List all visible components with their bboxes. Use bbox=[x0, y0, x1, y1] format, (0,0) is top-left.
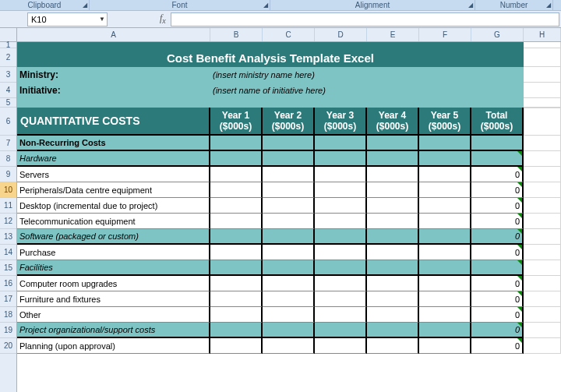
row-header-7[interactable]: 7 bbox=[0, 136, 16, 151]
ministry-value[interactable]: (insert ministry name here) bbox=[210, 67, 524, 83]
row-header-1[interactable]: 1 bbox=[0, 42, 16, 48]
table-row: Planning (upon approval)0 bbox=[17, 338, 561, 354]
table-row: Desktop (incremental due to project)0 bbox=[17, 198, 561, 214]
row-header-17[interactable]: 17 bbox=[0, 291, 16, 307]
ribbon-group-font[interactable]: Font◢ bbox=[90, 0, 270, 10]
row-header-10[interactable]: 10 bbox=[0, 182, 16, 198]
row-header-14[interactable]: 14 bbox=[0, 245, 16, 260]
row-header-2[interactable]: 2 bbox=[0, 48, 16, 67]
year1-header[interactable]: Year 1 ($000s) bbox=[210, 108, 263, 136]
expand-icon[interactable]: ◢ bbox=[468, 2, 473, 9]
document-title[interactable]: Cost Benefit Analysis Template Excel bbox=[17, 48, 524, 67]
formula-bar[interactable] bbox=[171, 12, 559, 26]
name-box-value: K10 bbox=[31, 15, 47, 24]
year4-header[interactable]: Year 4 ($000s) bbox=[367, 108, 419, 136]
row-header-12[interactable]: 12 bbox=[0, 214, 16, 229]
row-header-19[interactable]: 19 bbox=[0, 323, 16, 338]
row-header-8[interactable]: 8 bbox=[0, 151, 16, 167]
spacer-row bbox=[17, 98, 561, 108]
row-header-16[interactable]: 16 bbox=[0, 276, 16, 291]
row-header-15[interactable]: 15 bbox=[0, 260, 16, 276]
ribbon-group-number[interactable]: Number◢ bbox=[475, 0, 553, 10]
year5-header[interactable]: Year 5 ($000s) bbox=[419, 108, 471, 136]
table-row: Project organizational/support costs0 bbox=[17, 323, 561, 338]
year3-header[interactable]: Year 3 ($000s) bbox=[315, 108, 367, 136]
col-header-F[interactable]: F bbox=[419, 28, 471, 41]
row-header-18[interactable]: 18 bbox=[0, 307, 16, 323]
ribbon-group-clipboard[interactable]: Clipboard◢ bbox=[0, 0, 90, 10]
expand-icon[interactable]: ◢ bbox=[83, 2, 87, 9]
col-header-A[interactable]: A bbox=[17, 28, 210, 41]
table-row: Non-Recurring Costs bbox=[17, 136, 561, 151]
ribbon-group-alignment[interactable]: Alignment◢ bbox=[270, 0, 475, 10]
col-header-D[interactable]: D bbox=[315, 28, 367, 41]
spreadsheet-grid: 1 2 3 4 5 6 7 8 9 10 11 12 13 14 15 16 1… bbox=[0, 28, 561, 392]
section-header[interactable]: QUANTITATIVE COSTS bbox=[17, 108, 210, 136]
table-row bbox=[17, 42, 561, 48]
total-header[interactable]: Total ($000s) bbox=[471, 108, 524, 136]
row-header-9[interactable]: 9 bbox=[0, 167, 16, 182]
chevron-down-icon[interactable]: ▼ bbox=[99, 16, 105, 23]
table-row: Facilities bbox=[17, 260, 561, 276]
row-header-6[interactable]: 6 bbox=[0, 108, 16, 136]
expand-icon[interactable]: ◢ bbox=[546, 2, 551, 9]
row-header-11[interactable]: 11 bbox=[0, 198, 16, 214]
initiative-row: Initiative: (insert name of initiative h… bbox=[17, 83, 561, 98]
ribbon-group-labels: Clipboard◢ Font◢ Alignment◢ Number◢ bbox=[0, 0, 561, 11]
ministry-row: Ministry: (insert ministry name here) bbox=[17, 67, 561, 83]
year2-header[interactable]: Year 2 ($000s) bbox=[263, 108, 315, 136]
col-header-E[interactable]: E bbox=[367, 28, 419, 41]
fx-icon[interactable]: fx bbox=[160, 12, 166, 25]
row-header-3[interactable]: 3 bbox=[0, 67, 16, 83]
row-header-13[interactable]: 13 bbox=[0, 229, 16, 245]
initiative-label[interactable]: Initiative: bbox=[17, 83, 210, 98]
header-row: QUANTITATIVE COSTS Year 1 ($000s) Year 2… bbox=[17, 108, 561, 136]
initiative-value[interactable]: (insert name of initiative here) bbox=[210, 83, 524, 98]
table-row: Peripherals/Data centre equipment0 bbox=[17, 182, 561, 198]
table-row: Other0 bbox=[17, 307, 561, 323]
name-box[interactable]: K10 ▼ bbox=[27, 12, 108, 26]
col-header-B[interactable]: B bbox=[210, 28, 263, 41]
row-header-5[interactable]: 5 bbox=[0, 98, 16, 108]
title-row: Cost Benefit Analysis Template Excel bbox=[17, 48, 561, 67]
table-row: Software (packaged or custom)0 bbox=[17, 229, 561, 245]
col-header-G[interactable]: G bbox=[471, 28, 524, 41]
table-row: Servers0 bbox=[17, 167, 561, 182]
table-row: Telecommunication equipment0 bbox=[17, 214, 561, 229]
row-headers: 1 2 3 4 5 6 7 8 9 10 11 12 13 14 15 16 1… bbox=[0, 28, 17, 392]
table-row: Furniture and fixtures0 bbox=[17, 291, 561, 307]
expand-icon[interactable]: ◢ bbox=[263, 2, 268, 9]
row-header-4[interactable]: 4 bbox=[0, 83, 16, 98]
table-row: Purchase0 bbox=[17, 245, 561, 260]
table-row: Computer room upgrades0 bbox=[17, 276, 561, 291]
row-header-20[interactable]: 20 bbox=[0, 338, 16, 354]
col-header-C[interactable]: C bbox=[263, 28, 315, 41]
ministry-label[interactable]: Ministry: bbox=[17, 67, 210, 83]
table-row: Hardware bbox=[17, 151, 561, 167]
col-header-H[interactable]: H bbox=[524, 28, 561, 41]
formula-bar-area: K10 ▼ fx bbox=[0, 11, 561, 28]
column-headers: A B C D E F G H bbox=[17, 28, 561, 42]
